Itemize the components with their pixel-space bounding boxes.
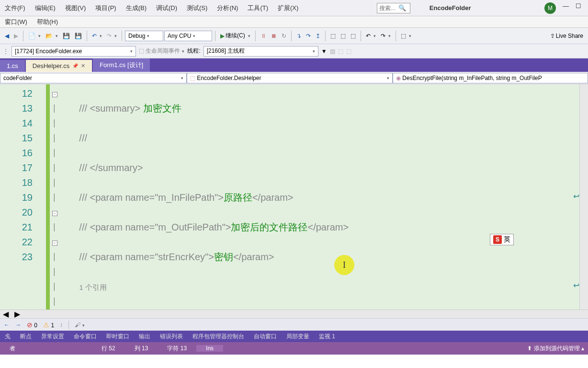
step-out-icon[interactable]: ↥ [314,32,322,40]
brush-icon[interactable]: 🖌▾ [75,322,85,328]
filter-icon[interactable]: ▼ [321,48,327,55]
step-into-icon[interactable]: ↴ [294,32,303,40]
btab-errorlist[interactable]: 错误列表 [155,333,188,341]
status-line: 行 52 [92,345,125,353]
menu-file[interactable]: 文件(F) [0,4,30,12]
close-icon[interactable]: ✕ [81,63,85,69]
menu-extensions[interactable]: 扩展(X) [273,4,303,12]
error-count[interactable]: ⊘ 0 [27,321,37,329]
btab-locals[interactable]: 局部变量 [282,333,314,341]
btab-1[interactable]: 戋 [0,333,15,341]
app-title: EncodeFolder [430,4,471,12]
nav-back-button[interactable]: ◀ [3,32,11,40]
tool-icon-6[interactable]: ⬚ [346,48,351,55]
menu-edit[interactable]: 编辑(E) [30,4,60,12]
redo-button[interactable]: ↷▾ [105,32,119,40]
btab-immediate[interactable]: 即时窗口 [102,333,134,341]
nav-class-dropdown[interactable]: ⬚ EncodeFolder.DesHelper▾ [187,73,393,83]
lifecycle-button[interactable]: ⬚ 生命周期事件▾ [139,47,184,55]
nav-project-dropdown[interactable]: codeFolder▾ [0,73,187,83]
stop-icon[interactable]: ⏹ [269,32,279,40]
open-icon[interactable]: 📂▾ [44,32,60,40]
fold-toggle[interactable]: − [52,211,57,216]
nav-right-icon[interactable]: → [15,322,21,328]
save-icon[interactable]: 💾 [61,32,72,40]
search-input[interactable] [379,5,398,12]
liveshare-button[interactable]: ⇪ Live Share [548,32,585,40]
menu-analyze[interactable]: 分析(N) [212,4,243,12]
undo-button[interactable]: ↶▾ [90,32,104,40]
user-avatar[interactable]: M [544,2,556,14]
upload-icon: ⬆ [527,345,532,352]
step-over-icon[interactable]: ↷ [304,32,313,40]
maximize-button[interactable]: ☐ [576,2,581,14]
status-ins[interactable]: Ins [196,345,223,352]
minimize-button[interactable]: — [563,2,569,14]
source-control-button[interactable]: ⬆ 添加到源代码管理 ▴ [527,345,584,353]
menu-build[interactable]: 生成(B) [121,4,151,12]
statusbar: 者 行 52 列 13 字符 13 Ins ⬆ 添加到源代码管理 ▴ [0,342,588,355]
restart-icon[interactable]: ↻ [280,32,288,40]
tool-icon-1[interactable]: ⬚ [328,32,338,40]
references-link[interactable]: 1 个引用 [79,283,107,291]
tab-file1[interactable]: 1.cs [0,60,25,72]
stack-icon[interactable]: ▤ [330,48,335,55]
menu-project[interactable]: 项目(P) [90,4,121,12]
config-dropdown[interactable]: Debug▾ [125,31,163,41]
vertical-scrollbar[interactable] [579,84,588,310]
save-all-icon[interactable]: 💾 [73,32,84,40]
tool-icon-4[interactable]: ⬚▾ [399,32,413,40]
menubar-secondary: 窗口(W) 帮助(H) [0,16,588,28]
pin-icon[interactable]: 📌 [72,63,78,69]
btab-exceptions[interactable]: 异常设置 [36,333,69,341]
tool-icon-3[interactable]: ⬚ [349,32,358,40]
change-indicator [46,84,50,310]
scroll-right-icon[interactable]: ▶ [11,310,23,319]
warning-count[interactable]: ⚠ 1 [43,321,54,329]
nav-left-icon[interactable]: ← [4,322,10,328]
menu-view[interactable]: 视图(V) [60,4,90,12]
btab-command[interactable]: 命令窗口 [69,333,102,341]
search-icon: 🔍 [398,4,406,12]
thread-dropdown[interactable]: [21608] 主线程▾ [204,46,318,57]
line-number-gutter: 121314 151617 18 192021 2223 [0,84,46,310]
btab-breakpoints[interactable]: 断点 [15,333,36,341]
search-box[interactable]: 🔍 [377,3,410,13]
thread-label: 线程: [187,47,200,55]
tab-deshelper[interactable]: DesHelper.cs 📌 ✕ [26,60,92,72]
btab-output[interactable]: 输出 [134,333,155,341]
menu-window[interactable]: 窗口(W) [0,18,32,26]
tool-icon-2[interactable]: ⬚ [339,32,348,40]
nav-fwd-button: ▶ [12,32,20,40]
tab-form1[interactable]: Form1.cs [设计] [93,58,150,72]
horizontal-scrollbar[interactable]: ◀ ▶ [0,310,588,318]
process-dropdown[interactable]: [17724] EncodeFolder.exe▾ [11,46,136,57]
code-navbar: codeFolder▾ ⬚ EncodeFolder.DesHelper▾ ◉ … [0,72,588,84]
btab-watch[interactable]: 监视 1 [314,333,340,341]
status-char: 字符 13 [158,345,196,353]
continue-button[interactable]: ▶ 继续(C)▾ [218,31,252,41]
code-editor[interactable]: 121314 151617 18 192021 2223 − ││││││ │ … [0,84,588,310]
nav-method-dropdown[interactable]: ◉ DesEncryptFile(string m_InFilePath, st… [393,73,588,83]
fold-toggle[interactable]: − [52,241,57,246]
btab-autos[interactable]: 自动窗口 [249,333,282,341]
pause-icon[interactable]: ⏸ [259,32,268,40]
platform-dropdown[interactable]: Any CPU▾ [164,31,212,41]
undo2-icon[interactable]: ↶▾ [364,32,378,40]
fold-toggle[interactable]: − [52,92,57,97]
menu-help[interactable]: 帮助(H) [32,18,63,26]
new-project-icon[interactable]: 📄▾ [26,32,43,40]
debug-toolbar: ⋮ [17724] EncodeFolder.exe▾ ⬚ 生命周期事件▾ 线程… [0,44,588,58]
error-status-bar: ← → ⊘ 0 ⚠ 1 ↕ 🖌▾ [0,318,588,331]
scroll-left-icon[interactable]: ◀ [0,310,11,319]
ime-indicator[interactable]: S英 [490,234,514,245]
fold-column: − ││││││ │ − │ − ││││ [50,84,59,310]
btab-pkgmgr[interactable]: 程序包管理器控制台 [188,333,249,341]
tool-icon-5[interactable]: ⬚ [338,48,343,55]
menu-debug[interactable]: 调试(D) [151,4,182,12]
wrap-indicator-icon: ↩ [573,281,579,290]
redo2-icon[interactable]: ↷▾ [379,32,393,40]
code-content[interactable]: /// <summary> 加密文件 /// /// </summary> //… [59,84,579,310]
menu-tools[interactable]: 工具(T) [243,4,273,12]
menu-test[interactable]: 测试(S) [182,4,212,12]
